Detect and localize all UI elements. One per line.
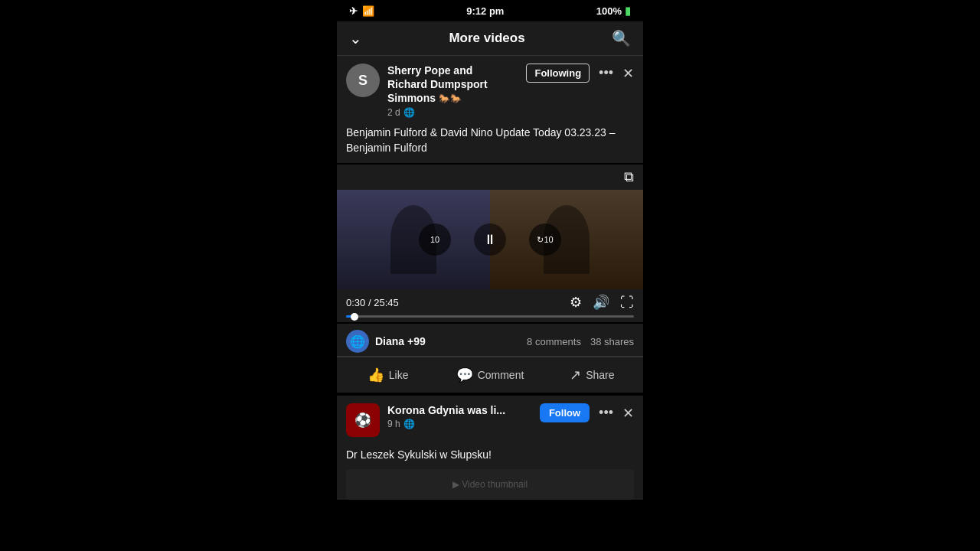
video-frame[interactable]: 10 ⏸ ↻10 [337,190,643,289]
rewind-label: 10 [430,235,439,244]
like-icon: 👍 [368,367,384,383]
pip-button[interactable]: ⧉ [624,169,634,185]
progress-bar-row[interactable] [337,315,643,322]
second-post-actions: Follow ••• ✕ [540,403,634,422]
video-ctrl-icons: ⚙ 🔊 ⛶ [570,294,634,311]
reactions-counts: 8 comments 38 shares [527,336,634,347]
forward-label: ↻10 [537,235,553,245]
following-button[interactable]: Following [526,64,590,83]
back-button[interactable]: ⌄ [349,29,362,47]
second-more-options[interactable]: ••• [596,403,616,422]
second-post-time: 9 h 🌐 [387,419,532,429]
forward-button[interactable]: ↻10 [529,223,561,256]
signal-icon: 📶 [362,5,374,17]
video-container: ⧉ 10 ⏸ ↻10 [337,165,643,322]
post-actions: Following ••• ✕ [526,64,634,83]
follow-button[interactable]: Follow [540,403,590,422]
post-author: Sherry Pope and Richard Dumpsport Simmon… [387,64,518,106]
globe-icon-2: 🌐 [403,419,415,429]
second-post-card: ⚽ Korona Gdynia was li... 9 h 🌐 Follow •… [337,396,643,500]
post-time: 2 d 🌐 [387,107,518,118]
post-title: Benjamin Fulford & David Nino Update Tod… [337,126,643,163]
second-post-title: Dr Leszek Sykulski w Słupsku! [337,445,643,469]
comment-button[interactable]: 💬 Comment [439,360,541,390]
action-buttons: 👍 Like 💬 Comment ↗ Share [337,357,643,393]
top-nav: ⌄ More videos 🔍 [337,21,643,56]
status-battery: 100% ▮ [596,5,631,17]
status-time: 9:12 pm [466,5,504,17]
second-post-meta: Korona Gdynia was li... 9 h 🌐 [387,403,532,429]
status-bar: ✈ 📶 9:12 pm 100% ▮ [337,0,643,21]
share-label: Share [586,369,614,381]
reactions-left: 🌐 Diana +99 [346,330,426,353]
comment-icon: 💬 [456,367,473,383]
second-post-avatar: ⚽ [346,403,380,437]
first-post-card: S Sherry Pope and Richard Dumpsport Simm… [337,56,643,163]
video-time: 0:30 / 25:45 [346,297,562,308]
search-button[interactable]: 🔍 [612,29,631,47]
battery-icon: ▮ [625,5,631,17]
share-icon: ↗ [570,367,581,383]
reactions-row: 🌐 Diana +99 8 comments 38 shares [337,324,643,356]
video-meta-card: 🌐 Diana +99 8 comments 38 shares 👍 Like … [337,324,643,393]
post-meta: Sherry Pope and Richard Dumpsport Simmon… [387,64,518,118]
avatar: S [346,64,380,97]
pause-button[interactable]: ⏸ [474,223,506,256]
user-name: Diana +99 [375,335,426,347]
battery-percent: 100% [596,5,622,17]
shares-count[interactable]: 38 shares [590,336,634,347]
like-label: Like [389,369,409,381]
video-controls-overlay: 10 ⏸ ↻10 [337,190,643,289]
share-button[interactable]: ↗ Share [541,360,643,390]
close-post-button[interactable]: ✕ [622,65,634,82]
thumbnail-placeholder: ▶ Video thumbnail [452,479,528,490]
user-avatar: 🌐 [346,330,369,353]
comments-count[interactable]: 8 comments [527,336,581,347]
rewind-button[interactable]: 10 [419,223,451,256]
more-options-button[interactable]: ••• [596,64,616,83]
second-post-author: Korona Gdynia was li... [387,403,532,417]
video-bottom-bar: 0:30 / 25:45 ⚙ 🔊 ⛶ [337,289,643,315]
fullscreen-button[interactable]: ⛶ [620,295,634,311]
progress-track[interactable] [346,315,634,318]
globe-icon: 🌐 [403,107,415,118]
wifi-icon: ✈ [349,5,358,17]
pause-icon: ⏸ [483,232,497,248]
second-post-header: ⚽ Korona Gdynia was li... 9 h 🌐 Follow •… [337,396,643,445]
comment-label: Comment [478,369,524,381]
like-button[interactable]: 👍 Like [337,360,439,390]
second-close-button[interactable]: ✕ [622,405,634,422]
volume-button[interactable]: 🔊 [593,294,609,311]
status-icons: ✈ 📶 [349,5,374,17]
pip-row: ⧉ [337,165,643,190]
page-title: More videos [449,31,524,46]
settings-button[interactable]: ⚙ [570,294,582,311]
post-header: S Sherry Pope and Richard Dumpsport Simm… [337,56,643,126]
progress-handle[interactable] [351,313,358,321]
